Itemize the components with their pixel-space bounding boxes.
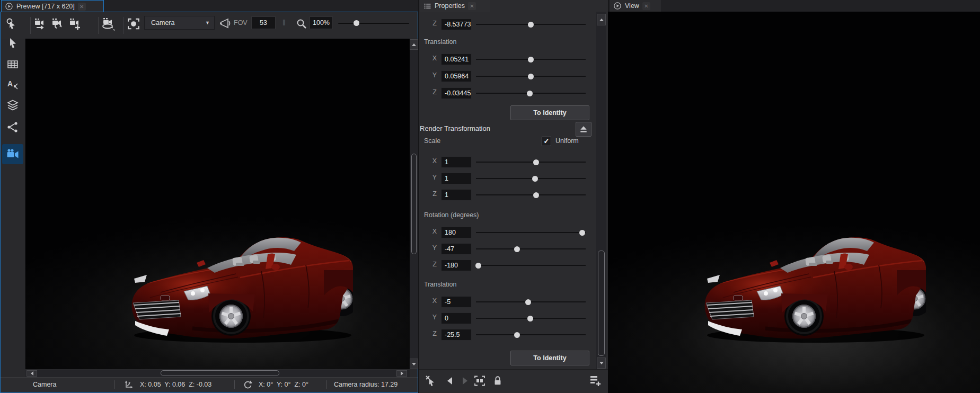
slider-handle[interactable] xyxy=(514,332,520,338)
preview-hscroll-right-button[interactable] xyxy=(396,370,407,377)
slider-track[interactable] xyxy=(476,194,586,195)
slider-handle[interactable] xyxy=(528,57,534,62)
translate-axis-icon xyxy=(124,380,134,389)
layers-icon[interactable] xyxy=(6,99,20,112)
camera-move-tool-icon[interactable] xyxy=(33,16,48,31)
preview-vscroll-thumb[interactable] xyxy=(411,154,417,254)
value-input[interactable]: -47 xyxy=(441,243,472,255)
select-tool-icon[interactable] xyxy=(6,36,20,50)
slider-handle[interactable] xyxy=(579,230,585,236)
tab-preview-close-icon[interactable]: ✕ xyxy=(78,3,86,11)
camera-rotate-tool-icon[interactable] xyxy=(50,16,65,31)
lock-icon[interactable] xyxy=(491,374,505,388)
fov-label: FOV xyxy=(234,19,248,26)
slider-track[interactable] xyxy=(476,162,586,163)
previous-button-icon[interactable] xyxy=(443,374,457,388)
statusbar-position-value: X: 0.05 Y: 0.06 Z: -0.03 xyxy=(140,381,211,388)
play-icon xyxy=(5,2,13,11)
zoom-percentage-value[interactable]: 100% xyxy=(310,16,333,29)
focus-center-tool-icon[interactable] xyxy=(126,16,141,31)
node-graph-icon[interactable] xyxy=(6,120,20,134)
subsection-header: Scale xyxy=(424,137,440,145)
value-input[interactable]: -0.03445 xyxy=(441,87,472,99)
value-input[interactable]: -8.53773 xyxy=(441,19,472,30)
slider-handle[interactable] xyxy=(528,22,534,28)
fov-icon xyxy=(218,16,233,31)
value-input[interactable]: -5 xyxy=(441,296,472,308)
zoom-slider-track[interactable] xyxy=(338,23,409,24)
value-input[interactable]: 1 xyxy=(441,156,472,168)
slider-track[interactable] xyxy=(476,232,586,233)
preview-viewport[interactable] xyxy=(25,39,410,369)
fov-input[interactable]: 53 xyxy=(251,16,276,29)
slider-handle[interactable] xyxy=(533,159,539,165)
uniform-checkbox[interactable]: ✓ xyxy=(542,137,551,146)
to-identity-button[interactable]: To Identity xyxy=(510,105,589,120)
view-viewport[interactable] xyxy=(608,12,980,393)
value-input[interactable]: 0 xyxy=(441,312,472,324)
slider-handle[interactable] xyxy=(528,74,534,79)
camera-tool-icon[interactable] xyxy=(6,147,20,161)
value-input[interactable]: 180 xyxy=(441,227,472,238)
properties-scroll-thumb[interactable] xyxy=(598,251,605,356)
axis-label: Y xyxy=(424,72,437,79)
axis-label: Z xyxy=(424,330,437,337)
toolbar-grip-icon[interactable]: ‖ xyxy=(282,19,290,30)
tab-preview[interactable]: Preview [717 x 620] ✕ xyxy=(1,0,104,12)
camera-select-dropdown[interactable]: Camera ▼ xyxy=(144,16,215,30)
add-to-list-icon[interactable] xyxy=(588,374,602,388)
statusbar-separator xyxy=(114,380,115,389)
section-header: Translation xyxy=(424,38,456,46)
axis-label: X xyxy=(424,228,437,235)
camera-select-value: Camera xyxy=(151,19,205,26)
section-header: Rotation (degrees) xyxy=(424,211,479,219)
pick-pointer-tool-icon[interactable] xyxy=(4,16,19,31)
section-header: Translation xyxy=(424,281,456,288)
tab-view-close-icon[interactable]: ✕ xyxy=(642,2,650,10)
preview-vscroll-up-button[interactable] xyxy=(410,39,418,50)
properties-scroll-up-button[interactable] xyxy=(597,14,606,25)
axis-label: X xyxy=(424,157,437,165)
to-identity-button[interactable]: To Identity xyxy=(510,351,589,365)
value-input[interactable]: 1 xyxy=(441,173,472,184)
upload-button[interactable] xyxy=(576,122,591,137)
statusbar-separator xyxy=(326,380,327,389)
slider-handle[interactable] xyxy=(533,192,539,198)
value-input[interactable]: -180 xyxy=(441,260,472,271)
slider-handle[interactable] xyxy=(527,91,533,96)
value-input[interactable]: 0.05964 xyxy=(441,70,472,82)
camera-add-tool-icon[interactable] xyxy=(68,16,83,31)
upload-icon xyxy=(579,124,588,134)
car-render xyxy=(129,233,353,344)
deselect-icon[interactable] xyxy=(424,374,438,388)
value-input[interactable]: 0.05241 xyxy=(441,53,472,65)
slider-track[interactable] xyxy=(476,248,586,249)
camera-orbit-tool-icon[interactable] xyxy=(101,16,116,31)
checkbox-label: Uniform xyxy=(555,137,579,145)
next-button-icon[interactable] xyxy=(458,374,472,388)
slider-track[interactable] xyxy=(476,334,586,335)
slider-handle[interactable] xyxy=(527,316,533,321)
frame-capture-icon[interactable] xyxy=(473,374,487,388)
preview-hscroll-thumb[interactable] xyxy=(161,370,279,376)
slider-track[interactable] xyxy=(476,178,586,179)
axis-label: Y xyxy=(424,314,437,321)
value-input[interactable]: -25.5 xyxy=(441,329,472,341)
slider-handle[interactable] xyxy=(514,246,520,252)
annotation-tool-icon[interactable]: A xyxy=(6,77,20,91)
toolbar-separator xyxy=(30,17,31,34)
preview-hscroll-left-button[interactable] xyxy=(27,370,37,377)
properties-scroll-down-button[interactable] xyxy=(597,358,606,369)
slider-handle[interactable] xyxy=(475,263,481,269)
axis-label: Y xyxy=(424,174,437,181)
zoom-magnifier-icon xyxy=(294,16,309,31)
tab-view-title: View xyxy=(625,2,639,10)
slider-track[interactable] xyxy=(476,265,586,266)
value-input[interactable]: 1 xyxy=(441,189,472,201)
slider-handle[interactable] xyxy=(532,176,538,182)
statusbar-camera-label: Camera xyxy=(33,381,56,388)
table-view-icon[interactable] xyxy=(6,58,20,72)
tab-view[interactable]: View ✕ xyxy=(610,0,661,12)
preview-vscroll-down-button[interactable] xyxy=(410,359,418,369)
slider-handle[interactable] xyxy=(525,299,531,305)
